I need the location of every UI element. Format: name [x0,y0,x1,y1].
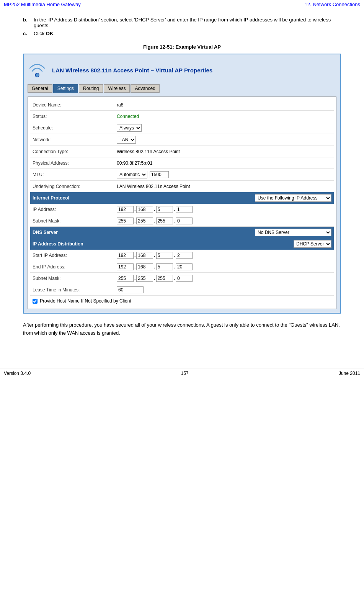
step-c-text: Click OK. [34,31,341,36]
page-footer: Version 3.4.0 157 June 2011 [0,368,364,378]
form-row-ip-address: IP Address: . . . [30,204,334,215]
value-underlying: LAN Wireless 802.11n Access Point [117,184,331,189]
start-sep1: . [134,253,135,258]
label-subnet1: Subnet Mask: [33,218,117,224]
end-oct2[interactable] [136,263,153,270]
section-ip-select-container: Use the Following IP Address [255,194,331,202]
select-ip-mode[interactable]: Use the Following IP Address [255,194,331,202]
form-row-start-ip: Start IP Address: . . . [30,250,334,261]
value-lease-time [117,286,331,293]
label-lease-time: Lease Time in Minutes: [33,287,117,293]
ip-sep3: . [174,207,175,212]
dialog-header: LAN Wireless 802.11n Access Point – Virt… [28,58,336,84]
step-b: b. In the 'IP Address Distribution' sect… [23,17,341,28]
section-dns-select-container: No DNS Server [255,229,331,236]
sub1-oct1[interactable] [117,218,134,224]
sub1-oct2[interactable] [136,218,153,224]
form-row-lease-time: Lease Time in Minutes: [30,284,334,296]
provide-hostname-label: Provide Host Name If Not Specified by Cl… [40,298,131,304]
label-connection-type: Connection Type: [33,149,117,154]
value-ip-address: . . . [117,206,331,213]
label-mtu: MTU: [33,172,117,177]
footer-page: 157 [181,371,188,376]
tab-wireless[interactable]: Wireless [104,84,130,93]
select-mtu[interactable]: Automatic [117,171,147,178]
select-schedule[interactable]: Always [117,124,142,132]
step-c-label: c. [23,31,31,36]
label-network: Network: [33,137,117,142]
ip-group-subnet1: . . . [117,218,331,224]
ip-oct4[interactable] [176,206,193,213]
form-row-schedule: Schedule: Always [30,122,334,134]
dialog-box: LAN Wireless 802.11n Access Point – Virt… [23,54,341,314]
value-start-ip: . . . [117,252,331,259]
value-connection-type: Wireless 802.11n Access Point [117,149,331,154]
section-ip-label: Internet Protocol [33,195,117,201]
select-dhcp[interactable]: DHCP Server [294,240,331,248]
sub1-sep1: . [134,218,135,224]
select-dns[interactable]: No DNS Server [255,229,331,236]
value-device-name: ra8 [117,102,331,108]
ip-sep1: . [134,207,135,212]
form-row-underlying: Underlying Connection: LAN Wireless 802.… [30,181,334,192]
figure-title: Figure 12-51: Example Virtual AP [23,44,341,50]
form-row-subnet2: Subnet Mask: . . . [30,273,334,284]
value-end-ip: . . . [117,263,331,270]
end-oct1[interactable] [117,263,134,270]
start-oct3[interactable] [156,252,173,259]
tab-advanced[interactable]: Advanced [131,84,159,93]
tab-routing[interactable]: Routing [79,84,103,93]
tabs-row: General Settings Routing Wireless Advanc… [28,84,336,93]
start-oct4[interactable] [176,252,193,259]
after-text: After performing this procedure, you hav… [23,321,341,337]
form-row-connection-type: Connection Type: Wireless 802.11n Access… [30,146,334,157]
provide-hostname-checkbox[interactable] [33,299,38,304]
select-network[interactable]: LAN [117,136,136,144]
form-row-network: Network: LAN [30,134,334,146]
sub2-oct1[interactable] [117,275,134,282]
start-oct1[interactable] [117,252,134,259]
mtu-group: Automatic [117,171,331,178]
sub2-oct3[interactable] [156,275,173,282]
lease-time-input[interactable] [117,286,144,293]
section-dns-server: DNS Server No DNS Server [30,227,334,238]
form-container: Device Name: ra8 Status: Connected Sched… [28,96,336,309]
ip-oct2[interactable] [136,206,153,213]
form-row-end-ip: End IP Address: . . . [30,261,334,273]
dialog-title: LAN Wireless 802.11n Access Point – Virt… [52,67,212,74]
tab-settings[interactable]: Settings [53,84,78,93]
label-underlying: Underlying Connection: [33,184,117,189]
header-right: 12. Network Connections [305,2,360,7]
end-sep2: . [154,264,155,270]
ip-sep2: . [154,207,155,212]
step-c: c. Click OK. [23,31,341,36]
start-oct2[interactable] [136,252,153,259]
ip-oct1[interactable] [117,206,134,213]
label-schedule: Schedule: [33,125,117,131]
sub2-oct4[interactable] [176,275,193,282]
section-dns-label: DNS Server [33,230,117,235]
sub1-oct3[interactable] [156,218,173,224]
form-row-status: Status: Connected [30,111,334,122]
ip-oct3[interactable] [156,206,173,213]
value-subnet2: . . . [117,275,331,282]
value-subnet1: . . . [117,218,331,224]
value-physical-address: 00:90:8f:27:5b:01 [117,160,331,166]
label-end-ip: End IP Address: [33,264,117,270]
start-sep3: . [174,253,175,258]
sub1-sep2: . [154,218,155,224]
value-schedule: Always [117,124,331,132]
sub2-oct2[interactable] [136,275,153,282]
ap-icon [28,61,47,80]
header-left: MP252 Multimedia Home Gateway [4,2,81,7]
end-oct3[interactable] [156,263,173,270]
form-row-device-name: Device Name: ra8 [30,99,334,111]
label-device-name: Device Name: [33,102,117,108]
tab-general[interactable]: General [28,84,52,93]
end-sep3: . [174,264,175,270]
mtu-input[interactable] [150,171,169,178]
section-dist-label: IP Address Distribution [33,241,117,247]
label-start-ip: Start IP Address: [33,253,117,258]
sub1-oct4[interactable] [176,218,193,224]
end-oct4[interactable] [176,263,193,270]
